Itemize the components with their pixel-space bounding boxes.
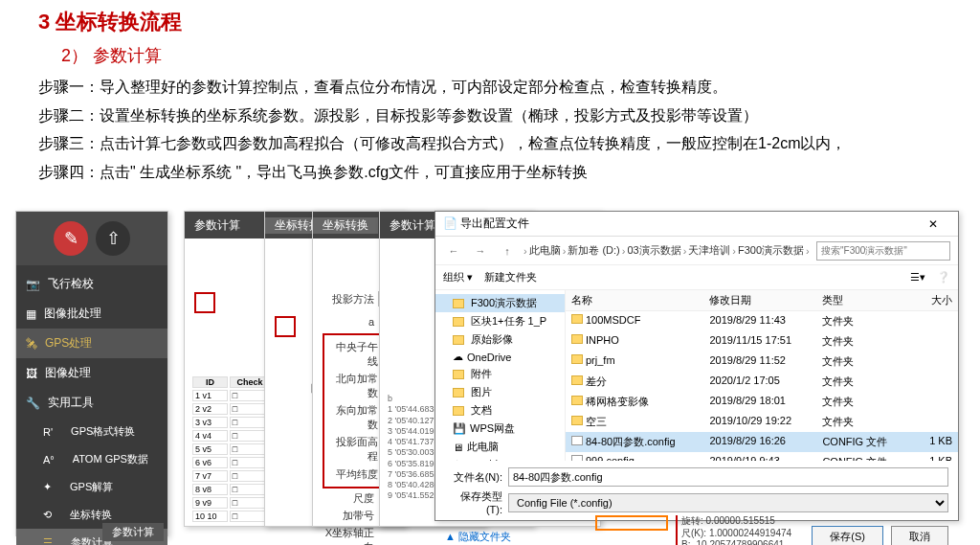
tree-item-raw[interactable]: 原始影像 [435,330,565,349]
tree-item-thispc[interactable]: 🖥此电脑 [435,438,565,456]
tree-item-pic1[interactable]: 图片 [435,383,565,401]
view-icon[interactable]: ☰▾ [910,271,925,284]
col-date[interactable]: 修改日期 [703,290,816,310]
screenshot-stack: ✎ ⇧ 📷飞行检校 ▦图像批处理 🛰GPS处理 🖼图像处理 🔧实用工具 R' G… [15,211,965,545]
file-row[interactable]: prj_fm2019/8/29 11:52文件夹 [566,352,958,372]
sidebar-item-util-tools[interactable]: 🔧实用工具 [16,388,167,418]
file-list: 名称 修改日期 类型 大小 100MSDCF2019/8/29 11:43文件夹… [566,290,958,461]
export-config-dialog: 📄 导出配置文件 ✕ ← → ↑ ›此电脑 ›新加卷 (D:) ›03演示数据 … [434,211,959,521]
app-sidebar: ✎ ⇧ 📷飞行检校 ▦图像批处理 🛰GPS处理 🖼图像处理 🔧实用工具 R' G… [15,211,168,536]
file-row[interactable]: 100MSDCF2019/8/29 11:43文件夹 [566,311,958,331]
hide-folders-link[interactable]: ▲ 隐藏文件夹 [445,530,511,544]
tree-item-f300[interactable]: F300演示数据 [435,294,565,312]
breadcrumb[interactable]: ›此电脑 ›新加卷 (D:) ›03演示数据 ›天津培训 ›F300演示数据 › [523,243,811,258]
tab-param-calc[interactable]: 参数计算 [185,217,250,234]
cube-icon: ⬡ [453,459,462,461]
filetype-label: 保存类型(T): [445,489,502,515]
file-row[interactable]: 稀网格变影像2019/8/29 18:01文件夹 [566,392,958,412]
red-highlight-2 [275,316,296,337]
organize-menu[interactable]: 组织 ▾ [443,270,473,284]
file-row[interactable]: 999.config2019/9/19 9:43CONFIG 文件1 KB [566,452,958,461]
nav-forward-icon[interactable]: → [470,245,491,257]
tree-item-wps[interactable]: 💾WPS网盘 [435,420,565,438]
step-3: 步骤三：点击计算七参数或四参数加高程拟合（可修改高程拟合方式），检查点位转换精度… [38,131,980,156]
sidebar-item-image-batch[interactable]: ▦图像批处理 [16,299,167,329]
dialog-title: 📄 导出配置文件 [443,216,916,232]
pen-icon[interactable]: ✎ [54,221,88,256]
file-row[interactable]: 84-80四参数.config2019/8/29 16:26CONFIG 文件1… [566,432,958,452]
col-type[interactable]: 类型 [816,290,903,310]
file-row[interactable]: 空三2019/10/29 19:22文件夹 [566,412,958,432]
upload-icon[interactable]: ⇧ [96,221,130,256]
step-4: 步骤四：点击" 生成坐标系统 "，导出飞马换参数.cfg文件，可直接应用于坐标转… [38,160,980,185]
filetype-select[interactable]: Config File (*.config) [508,493,948,512]
sidebar-item-gps-process[interactable]: 🛰GPS处理 [16,329,167,358]
red-highlight-1 [194,292,215,313]
help-icon[interactable]: ❔ [937,271,950,284]
nav-up-icon[interactable]: ↑ [497,245,518,257]
sub-item-atom-gps[interactable]: A° ATOM GPS数据 [16,445,167,473]
param-calc-badge: 参数计算 [102,523,164,541]
main-heading: 3 坐标转换流程 [38,8,980,36]
new-folder-button[interactable]: 新建文件夹 [484,270,537,284]
proj-method-label: 投影方法 [323,292,378,307]
disk-icon: 💾 [453,422,466,435]
search-input[interactable] [816,241,950,261]
tab-coord-transform-3[interactable]: 坐标转换 [313,217,378,234]
orange-highlight [595,515,668,531]
param-output: 旋转: 0.00000.515515 尺(K): 1.0000024491947… [676,515,915,545]
sidebar-item-image-process[interactable]: 🖼图像处理 [16,358,167,388]
tree-item-attach[interactable]: 附件 [435,365,565,383]
step-1: 步骤一：导入整理好的参数计算控制点，查看点位分布情况，可内部设定部分检查点，检查… [38,75,980,100]
sub-item-gps-solve[interactable]: ✦ GPS解算 [16,473,167,501]
close-icon[interactable]: ✕ [916,217,950,231]
col-size[interactable]: 大小 [904,290,958,310]
tree-item-onedrive[interactable]: ☁OneDrive [435,349,565,365]
layers-icon: ▦ [26,307,36,321]
sidebar-item-flight-check[interactable]: 📷飞行检校 [16,269,167,299]
file-row[interactable]: INPHO2019/11/15 17:51文件夹 [566,331,958,352]
satellite-icon: 🛰 [26,337,37,351]
computer-icon: 🖥 [453,442,463,453]
sidebar-top: ✎ ⇧ [16,212,167,265]
sub-heading: 2） 参数计算 [61,44,980,67]
step-2: 步骤二：设置坐标转换的坐标系统参数。源投影，目标投影等参数设置（椭球，投影方式及… [38,103,980,128]
image-icon: 🖼 [26,367,37,380]
tree-item-doc[interactable]: 文档 [435,401,565,420]
filename-input[interactable] [508,467,948,487]
col-name[interactable]: 名称 [566,290,703,310]
folder-tree[interactable]: F300演示数据 区块1+任务 1_P 原始影像 ☁OneDrive 附件 图片… [435,290,566,461]
cloud-icon: ☁ [453,351,463,363]
file-row[interactable]: 差分2020/1/2 17:05文件夹 [566,372,958,392]
tree-item-3d[interactable]: ⬡3D 对象 [435,456,565,461]
wrench-icon: 🔧 [26,397,40,410]
camera-icon: 📷 [26,278,40,291]
tree-item-block[interactable]: 区块1+任务 1_P [435,312,565,330]
nav-back-icon[interactable]: ← [443,245,464,257]
filename-label: 文件名(N): [445,470,502,485]
sub-item-gps-format[interactable]: R' GPS格式转换 [16,418,167,445]
